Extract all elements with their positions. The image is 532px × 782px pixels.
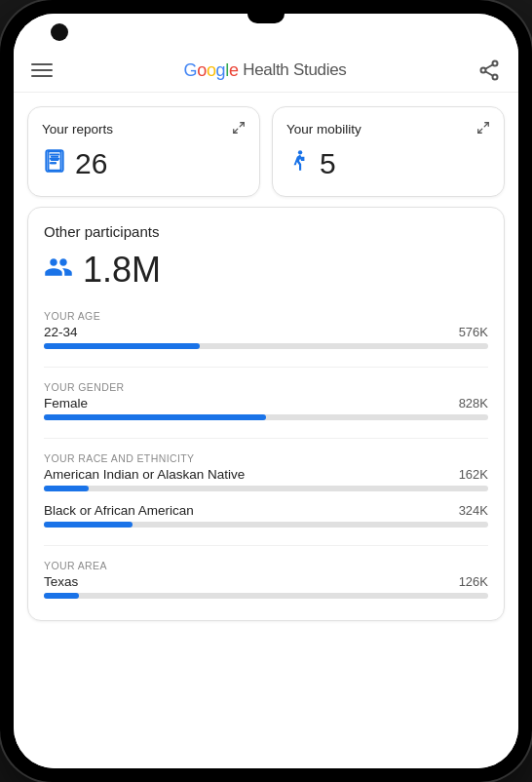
notch (247, 14, 285, 23)
stat-name-gender: Female (44, 396, 88, 411)
share-button[interactable] (477, 59, 501, 82)
stat-value-gender: 828K (459, 396, 488, 411)
stat-row-area: Texas 126K (44, 574, 488, 589)
stat-group-gender: YOUR GENDER Female 828K (44, 381, 488, 420)
stat-label-area: YOUR AREA (44, 560, 488, 571)
stat-value-race-1: 162K (459, 467, 488, 482)
logo-letter-g2: g (216, 60, 226, 81)
mobility-card-header: Your mobility (286, 121, 490, 137)
stat-label-gender: YOUR GENDER (44, 381, 488, 393)
mobility-expand-icon[interactable] (476, 121, 490, 137)
bar-track-age (44, 343, 488, 349)
mobility-value: 5 (320, 147, 336, 180)
stat-row-age: 22-34 576K (44, 325, 488, 339)
stat-name-area: Texas (44, 574, 78, 589)
reports-card-title: Your reports (42, 122, 113, 137)
participants-section-title: Other participants (44, 223, 488, 240)
stat-group-age: YOUR AGE 22-34 576K (44, 310, 488, 349)
reports-card[interactable]: Your reports (27, 106, 260, 197)
mobility-value-row: 5 (286, 147, 490, 180)
stat-name-age: 22-34 (44, 325, 78, 339)
phone-screen: G o o g l e Health Studies (14, 14, 518, 768)
bar-track-gender (44, 414, 488, 420)
stat-group-area: YOUR AREA Texas 126K (44, 560, 488, 599)
svg-line-4 (485, 72, 492, 76)
mobility-card[interactable]: Your mobility (272, 106, 505, 197)
stat-group-race: YOUR RACE AND ETHNICITY American Indian … (44, 452, 488, 528)
app-logo: G o o g l e Health Studies (183, 60, 346, 81)
stat-row-gender: Female 828K (44, 396, 488, 411)
notch-area (14, 14, 518, 49)
reports-value: 26 (75, 147, 107, 180)
divider-3 (44, 545, 488, 546)
bar-track-race-1 (44, 486, 488, 491)
stat-name-race-2: Black or African American (44, 503, 194, 518)
reports-icon (42, 148, 67, 179)
reports-value-row: 26 (42, 147, 246, 180)
bar-fill-gender (44, 414, 266, 420)
svg-line-3 (485, 65, 492, 69)
participants-value: 1.8M (83, 250, 161, 291)
bar-fill-age (44, 343, 200, 349)
participants-section: Other participants 1.8M YOUR AGE 22-34 5… (27, 207, 505, 621)
camera (51, 23, 68, 41)
reports-card-header: Your reports (42, 121, 246, 137)
stat-label-age: YOUR AGE (44, 310, 488, 322)
participants-icon (44, 253, 73, 289)
participants-value-row: 1.8M (44, 250, 488, 291)
bar-track-area (44, 593, 488, 599)
logo-letter-o2: o (207, 60, 216, 81)
mobility-card-title: Your mobility (286, 122, 361, 137)
stat-row-race-2: Black or African American 324K (44, 503, 488, 518)
logo-suffix: Health Studies (239, 60, 347, 80)
reports-expand-icon[interactable] (232, 121, 246, 137)
stat-name-race-1: American Indian or Alaskan Native (44, 467, 245, 482)
bar-fill-race-1 (44, 486, 89, 491)
hamburger-menu-button[interactable] (31, 63, 53, 77)
divider-1 (44, 367, 488, 368)
cards-row: Your reports (14, 93, 518, 207)
bar-track-race-2 (44, 522, 488, 528)
stat-value-area: 126K (459, 574, 488, 589)
stat-value-age: 576K (459, 325, 488, 339)
screen-content: G o o g l e Health Studies (14, 49, 518, 768)
stat-row-race-1: American Indian or Alaskan Native 162K (44, 467, 488, 482)
bar-fill-race-2 (44, 522, 133, 528)
stat-value-race-2: 324K (459, 503, 488, 518)
logo-letter-g1: G (183, 60, 197, 81)
logo-letter-e: e (229, 60, 239, 81)
divider-2 (44, 438, 488, 439)
stat-label-race: YOUR RACE AND ETHNICITY (44, 452, 488, 464)
svg-point-17 (298, 150, 302, 154)
mobility-icon (286, 148, 312, 179)
phone-frame: G o o g l e Health Studies (0, 0, 532, 782)
logo-letter-o1: o (197, 60, 207, 81)
app-header: G o o g l e Health Studies (14, 49, 518, 93)
bar-fill-area (44, 593, 79, 599)
